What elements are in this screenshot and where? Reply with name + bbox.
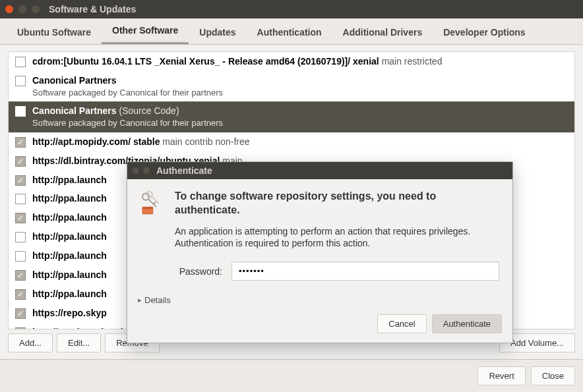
repo-text: http://ppa.launch <box>32 250 107 262</box>
keys-icon <box>138 190 166 286</box>
details-expander[interactable]: Details <box>127 293 512 309</box>
dialog-title: Authenticate <box>156 165 212 176</box>
dialog-main: To change software repository settings, … <box>175 190 499 286</box>
dialog-heading: To change software repository settings, … <box>175 190 499 217</box>
repo-main: http://ppa.launch <box>32 269 107 280</box>
maximize-icon[interactable] <box>32 5 40 13</box>
repo-text: http://ppa.launch <box>32 269 107 281</box>
repo-main: Canonical Partners <box>32 105 117 116</box>
repo-text: Canonical Partners (Source Code)Software… <box>32 105 223 128</box>
repo-row[interactable]: Canonical Partners (Source Code)Software… <box>9 101 574 132</box>
revert-button[interactable]: Revert <box>477 366 525 385</box>
tab-ubuntu-software[interactable]: Ubuntu Software <box>7 20 102 44</box>
password-label: Password: <box>175 266 222 277</box>
repo-aux: main restricted <box>379 56 443 67</box>
repo-checkbox[interactable] <box>15 232 26 242</box>
repo-main: http://apt.mopidy.com/ stable <box>32 136 160 147</box>
minimize-icon[interactable] <box>18 5 26 13</box>
repo-text: http://ppa.launch <box>32 192 107 205</box>
repo-text: http://ppa.launch <box>32 231 107 243</box>
repo-checkbox[interactable] <box>15 308 26 319</box>
repo-text: http://ppa.launch <box>32 174 107 186</box>
repo-main: Canonical Partners <box>32 75 117 86</box>
dialog-actions: Cancel Authenticate <box>127 309 512 343</box>
repo-main: http://ppa.launch <box>32 212 107 223</box>
repo-subtitle: Software packaged by Canonical for their… <box>32 117 223 129</box>
repo-checkbox[interactable] <box>15 213 26 223</box>
repo-text: cdrom:[Ubuntu 16.04.1 LTS _Xenial Xerus_… <box>32 55 442 68</box>
repo-text: http://apt.mopidy.com/ stable main contr… <box>32 136 250 148</box>
repo-main: cdrom:[Ubuntu 16.04.1 LTS _Xenial Xerus_… <box>32 56 379 67</box>
svg-rect-3 <box>142 207 153 209</box>
edit-button[interactable]: Edit... <box>57 333 101 352</box>
repo-aux: main contrib non-free <box>160 136 249 147</box>
repo-text: http://ppa.launch <box>32 211 107 224</box>
repo-checkbox[interactable] <box>15 156 26 167</box>
dialog-titlebar: Authenticate <box>127 162 512 179</box>
authenticate-dialog: Authenticate To change software reposito… <box>127 161 513 343</box>
dialog-close-icon[interactable] <box>133 167 139 174</box>
repo-row[interactable]: Canonical PartnersSoftware packaged by C… <box>9 71 574 101</box>
repo-text: http://ppa.launch <box>32 288 107 300</box>
repo-checkbox[interactable] <box>15 76 26 86</box>
authenticate-button[interactable]: Authenticate <box>432 314 502 333</box>
repo-checkbox[interactable] <box>15 57 26 67</box>
tab-other-software[interactable]: Other Software <box>102 18 189 44</box>
repo-main: http://ppa.launch <box>32 250 107 261</box>
repo-checkbox[interactable] <box>15 270 26 281</box>
repo-main: http://ppa.launch <box>32 289 107 299</box>
window-controls <box>5 5 40 13</box>
repo-main: http://ppa.launch <box>32 231 107 242</box>
titlebar: Software & Updates <box>0 0 583 18</box>
close-icon[interactable] <box>5 5 13 13</box>
repo-checkbox[interactable] <box>15 175 26 186</box>
repo-subtitle: Software packaged by Canonical for their… <box>32 87 223 99</box>
dialog-min-icon[interactable] <box>143 167 150 174</box>
repo-checkbox[interactable] <box>15 137 26 148</box>
tab-developer-options[interactable]: Developer Options <box>433 20 536 44</box>
bottom-bar: Revert Close <box>0 359 583 392</box>
repo-checkbox[interactable] <box>15 194 26 204</box>
tab-authentication[interactable]: Authentication <box>247 20 332 44</box>
repo-text: https://repo.skyp <box>32 307 107 320</box>
dialog-description: An application is attempting to perform … <box>175 225 499 250</box>
dialog-body: To change software repository settings, … <box>127 179 512 293</box>
repo-row[interactable]: http://apt.mopidy.com/ stable main contr… <box>9 132 574 152</box>
password-row: Password: <box>175 262 499 281</box>
repo-row[interactable]: cdrom:[Ubuntu 16.04.1 LTS _Xenial Xerus_… <box>9 52 574 71</box>
repo-text: Canonical PartnersSoftware packaged by C… <box>32 74 223 98</box>
repo-aux: (Source Code) <box>117 105 179 116</box>
tab-additional-drivers[interactable]: Additional Drivers <box>332 20 433 44</box>
repo-main: https://repo.skyp <box>32 308 107 318</box>
tabbar: Ubuntu Software Other Software Updates A… <box>0 18 583 45</box>
tab-updates[interactable]: Updates <box>189 20 246 44</box>
repo-checkbox[interactable] <box>15 251 26 262</box>
repo-checkbox[interactable] <box>15 106 26 117</box>
close-button[interactable]: Close <box>531 366 575 385</box>
details-label: Details <box>144 295 171 305</box>
repo-main: http://ppa.launch <box>32 175 107 185</box>
window-title: Software & Updates <box>49 4 136 14</box>
repo-main: http://ppa.launch <box>32 193 107 204</box>
cancel-button[interactable]: Cancel <box>377 314 426 333</box>
add-button[interactable]: Add... <box>8 333 53 352</box>
password-input[interactable] <box>231 262 499 281</box>
repo-checkbox[interactable] <box>15 289 26 300</box>
